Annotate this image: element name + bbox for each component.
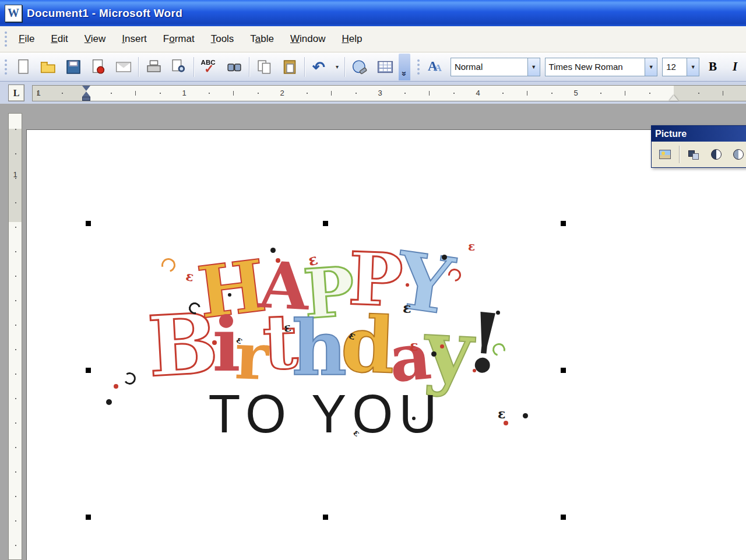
ruler-quarter-tick [160,93,161,94]
increase-contrast-button[interactable] [705,143,727,165]
font-size-combobox[interactable]: 12 ▼ [662,58,699,76]
research-button[interactable] [221,54,247,80]
menu-item-tools[interactable]: Tools [203,28,242,50]
ruler-quarter-tick [111,93,112,94]
ruler-quarter-tick [15,153,16,154]
picture-toolbar-title[interactable]: Picture [652,126,746,142]
font-combobox[interactable]: Times New Roman ▼ [545,58,658,76]
insert-hyperlink-button[interactable] [347,54,372,80]
toolbar-options-button[interactable]: » [399,54,410,80]
ruler-quarter-tick [15,227,16,228]
ruler-number: 2 [280,89,284,97]
toolbar-separator [304,57,305,77]
new-blank-document-icon [15,58,31,75]
selected-picture[interactable]: HAPPY Birthday! TO YOU εεεεεεεεεε [88,223,563,517]
permission-button[interactable] [86,54,111,80]
picture-toolbar[interactable]: Picture [651,125,746,168]
ruler-quarter-tick [307,93,308,94]
menu-bar: FileEditViewInsertFormatToolsTableWindow… [0,26,746,52]
picture-toolbar-buttons [652,142,746,167]
selection-handle-middle-right[interactable] [561,368,566,373]
title-bar[interactable]: W Document1 - Microsoft Word [0,0,746,26]
ruler-quarter-tick [404,93,406,94]
menu-item-table[interactable]: Table [242,28,282,50]
word-window: W Document1 - Microsoft Word FileEditVie… [0,0,746,560]
right-indent-marker[interactable] [669,95,678,101]
menu-item-insert[interactable]: Insert [114,28,155,50]
email-icon [115,58,132,75]
style-dropdown-arrow-icon[interactable]: ▼ [527,58,540,76]
ruler-quarter-tick [502,93,504,94]
selection-handle-top-right[interactable] [561,221,566,226]
toolbar-separator [193,57,194,77]
new-blank-document-button[interactable] [10,54,36,80]
document-area: 1 HAPPY Birthday! TO YOU εεεεεεεεεε [0,104,746,560]
font-size-dropdown-arrow-icon[interactable]: ▼ [687,58,699,76]
decrease-contrast-button[interactable] [727,143,746,165]
ruler-quarter-tick [209,93,210,94]
selection-handle-middle-left[interactable] [86,368,91,373]
menu-item-help[interactable]: Help [333,28,370,50]
ruler-margin-number: 1 [36,89,40,97]
horizontal-ruler[interactable]: 123451 [32,85,746,101]
menu-item-edit[interactable]: Edit [43,28,76,50]
permission-icon [90,58,107,75]
insert-table-button[interactable] [372,54,397,80]
font-dropdown-arrow-icon[interactable]: ▼ [645,58,657,76]
menu-item-format[interactable]: Format [155,28,203,50]
copy-button[interactable] [252,54,277,80]
tab-selector-button[interactable]: L [8,84,24,101]
spelling-grammar-icon: ABC [200,58,217,75]
undo-button[interactable] [307,54,332,80]
document-page[interactable]: HAPPY Birthday! TO YOU εεεεεεεεεε [26,129,746,560]
menu-item-window[interactable]: Window [282,28,333,50]
styles-and-formatting-icon [427,58,444,75]
menu-item-file[interactable]: File [10,28,43,50]
formatting-drag-handle-icon[interactable] [417,59,420,75]
undo-dropdown-arrow[interactable]: ▾ [332,54,342,80]
email-button[interactable] [111,54,136,80]
artwork-letter: h [292,310,347,386]
ruler-quarter-tick [15,422,16,424]
italic-button[interactable]: I [724,55,746,79]
artwork-line-to-you: TO YOU [88,386,563,441]
menu-drag-handle-icon[interactable] [5,31,7,47]
spelling-grammar-label: ABC [200,58,215,66]
chevron-double-icon: » [400,71,409,76]
research-icon [226,58,242,75]
first-line-indent-marker[interactable] [82,86,90,91]
print-preview-button[interactable] [166,54,191,80]
toolbar-drag-handle-icon[interactable] [5,59,7,75]
menu-item-view[interactable]: View [76,28,114,50]
print-icon [145,58,162,75]
ruler-quarter-tick [15,496,16,497]
selection-handle-top-center[interactable] [323,221,328,226]
ruler-number: 3 [378,89,382,97]
print-button[interactable] [141,54,166,80]
vertical-ruler[interactable]: 1 [8,113,22,560]
spelling-grammar-button[interactable]: ABC [196,54,221,80]
left-indent-marker[interactable] [82,97,90,101]
styles-and-formatting-button[interactable] [423,54,448,80]
ruler-half-tick [135,91,136,96]
selection-handle-bottom-right[interactable] [561,515,566,520]
ruler-quarter-tick [15,129,16,130]
save-button[interactable] [61,54,86,80]
selection-handle-top-left[interactable] [86,221,91,226]
insert-picture-button[interactable] [654,143,676,165]
selection-handle-bottom-left[interactable] [86,515,91,520]
open-button[interactable] [36,54,61,80]
hanging-indent-marker[interactable] [82,91,90,97]
paste-button[interactable] [277,54,302,80]
decrease-contrast-icon [732,148,745,161]
birthday-clipart-image[interactable]: HAPPY Birthday! TO YOU εεεεεεεεεε [88,223,563,517]
standard-toolbar: ABC▾ » Normal ▼ Times New Roman ▼ 12 ▼ B… [0,52,746,82]
ruler-half-tick [527,91,527,96]
save-icon [65,58,82,75]
artwork-letter: ! [463,301,507,386]
style-combobox[interactable]: Normal ▼ [451,58,540,76]
bold-button[interactable]: B [702,55,724,79]
selection-handle-bottom-center[interactable] [323,515,328,520]
menu-items: FileEditViewInsertFormatToolsTableWindow… [10,28,370,50]
color-button[interactable] [682,143,705,165]
